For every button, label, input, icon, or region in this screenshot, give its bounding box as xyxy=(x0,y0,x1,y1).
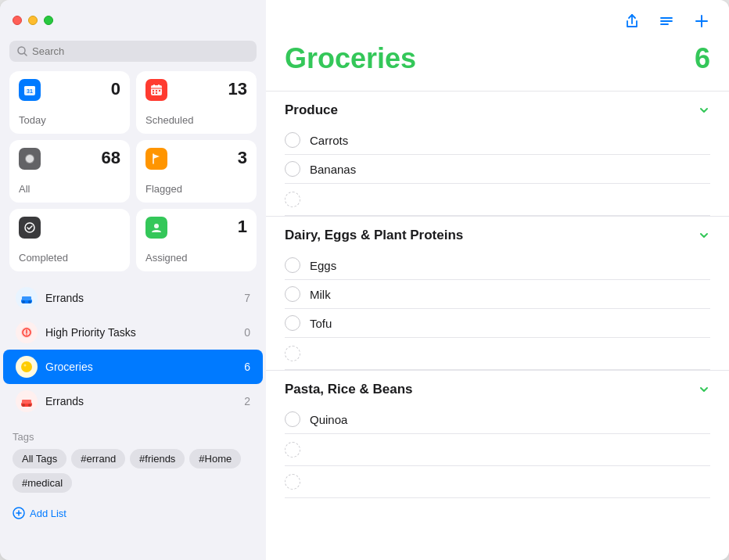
tofu-checkbox[interactable] xyxy=(285,315,300,331)
list-title: Groceries xyxy=(285,42,416,75)
list-count-badge: 6 xyxy=(695,42,710,75)
bananas-checkbox[interactable] xyxy=(285,161,300,177)
category-pasta-header[interactable]: Pasta, Rice & Beans xyxy=(285,371,710,405)
produce-chevron-icon xyxy=(698,104,710,117)
svg-point-17 xyxy=(154,224,159,228)
smart-lists-grid: 31 0 Today xyxy=(0,71,266,278)
task-milk[interactable]: Milk xyxy=(285,280,710,309)
category-dairy: Dairy, Eggs & Plant Proteins Eggs Milk T… xyxy=(266,216,729,370)
tag-errand[interactable]: #errand xyxy=(71,449,125,468)
milk-checkbox[interactable] xyxy=(285,286,300,302)
search-bar[interactable] xyxy=(9,41,257,62)
produce-placeholder xyxy=(285,184,710,216)
category-dairy-name: Dairy, Eggs & Plant Proteins xyxy=(285,228,463,243)
all-label: All xyxy=(19,183,30,195)
smart-tile-all[interactable]: 68 All xyxy=(9,140,130,203)
app-window: 31 0 Today xyxy=(0,0,729,560)
tag-medical[interactable]: #medical xyxy=(13,473,72,493)
high-priority-icon xyxy=(16,321,38,343)
main-content: Groceries 6 Produce Carrots Bananas xyxy=(266,0,729,560)
dairy-chevron-icon xyxy=(698,229,710,242)
svg-point-19 xyxy=(22,300,25,303)
list-item-errands2[interactable]: Errands 2 xyxy=(3,384,263,418)
category-produce-name: Produce xyxy=(285,102,338,118)
close-button[interactable] xyxy=(13,16,22,25)
svg-point-25 xyxy=(26,334,27,336)
list-title-row: Groceries 6 xyxy=(266,42,729,91)
svg-rect-9 xyxy=(153,90,154,92)
svg-rect-7 xyxy=(158,84,160,87)
pasta-placeholder1-checkbox xyxy=(285,442,300,458)
milk-name: Milk xyxy=(310,288,331,301)
all-count: 68 xyxy=(102,148,120,168)
add-list-button[interactable]: Add List xyxy=(0,499,266,527)
svg-line-1 xyxy=(24,53,27,56)
svg-rect-10 xyxy=(156,90,157,92)
tag-all-tags[interactable]: All Tags xyxy=(13,449,66,468)
search-icon xyxy=(17,46,27,56)
flagged-count: 3 xyxy=(238,148,247,168)
scheduled-icon xyxy=(145,79,167,101)
smart-tile-assigned[interactable]: 1 Assigned xyxy=(136,209,257,271)
svg-rect-6 xyxy=(153,84,155,87)
share-button[interactable] xyxy=(621,10,643,32)
menu-icon xyxy=(659,13,674,29)
high-priority-count: 0 xyxy=(244,326,250,339)
errands2-count: 2 xyxy=(244,395,250,407)
category-pasta-name: Pasta, Rice & Beans xyxy=(285,382,412,397)
list-item-groceries[interactable]: Groceries 6 xyxy=(3,350,263,384)
task-tofu[interactable]: Tofu xyxy=(285,309,710,338)
category-pasta: Pasta, Rice & Beans Quinoa xyxy=(266,370,729,498)
category-produce-header[interactable]: Produce xyxy=(285,92,710,126)
minimize-button[interactable] xyxy=(28,16,38,25)
tag-home[interactable]: #Home xyxy=(189,449,241,468)
add-list-icon xyxy=(13,507,25,519)
task-carrots[interactable]: Carrots xyxy=(285,126,710,155)
assigned-count: 1 xyxy=(238,217,247,237)
quinoa-checkbox[interactable] xyxy=(285,411,300,427)
task-quinoa[interactable]: Quinoa xyxy=(285,405,710,434)
smart-tile-completed[interactable]: Completed xyxy=(9,209,130,271)
tags-section: Tags All Tags #errand #friends #Home #me… xyxy=(0,422,266,499)
pasta-placeholder2-checkbox xyxy=(285,474,300,490)
task-eggs[interactable]: Eggs xyxy=(285,251,710,280)
svg-point-20 xyxy=(28,300,31,303)
menu-button[interactable] xyxy=(655,10,677,32)
smart-tile-today[interactable]: 31 0 Today xyxy=(9,71,130,134)
assigned-icon xyxy=(145,217,167,239)
svg-point-26 xyxy=(21,361,32,372)
eggs-checkbox[interactable] xyxy=(285,257,300,273)
list-item-high-priority[interactable]: High Priority Tasks 0 xyxy=(3,315,263,350)
add-list-label: Add List xyxy=(30,508,66,519)
all-icon xyxy=(19,148,41,170)
search-input[interactable] xyxy=(32,45,249,57)
svg-point-29 xyxy=(22,404,25,407)
list-item-errands1[interactable]: Errands 7 xyxy=(3,281,263,315)
share-icon xyxy=(624,13,640,29)
assigned-label: Assigned xyxy=(145,252,187,264)
tag-friends[interactable]: #friends xyxy=(130,449,185,468)
flagged-icon xyxy=(145,148,167,170)
completed-label: Completed xyxy=(19,252,68,264)
errands1-icon xyxy=(16,287,38,309)
tags-label: Tags xyxy=(13,431,253,443)
titlebar xyxy=(0,0,266,41)
add-icon xyxy=(693,13,710,30)
maximize-button[interactable] xyxy=(44,16,53,25)
scheduled-label: Scheduled xyxy=(145,114,193,126)
smart-tile-scheduled[interactable]: 13 Scheduled xyxy=(136,71,257,134)
quinoa-name: Quinoa xyxy=(310,413,347,426)
category-dairy-header[interactable]: Dairy, Eggs & Plant Proteins xyxy=(285,217,710,251)
produce-placeholder-checkbox xyxy=(285,192,300,207)
svg-rect-11 xyxy=(159,90,160,92)
carrots-checkbox[interactable] xyxy=(285,132,300,148)
today-icon: 31 xyxy=(19,79,41,101)
add-task-button[interactable] xyxy=(690,9,713,33)
smart-tile-flagged[interactable]: 3 Flagged xyxy=(136,140,257,203)
sidebar: 31 0 Today xyxy=(0,0,266,560)
dairy-placeholder-checkbox xyxy=(285,346,300,361)
task-bananas[interactable]: Bananas xyxy=(285,155,710,184)
carrots-name: Carrots xyxy=(310,134,348,147)
errands2-icon xyxy=(16,390,38,412)
tags-grid: All Tags #errand #friends #Home #medical xyxy=(13,449,253,493)
